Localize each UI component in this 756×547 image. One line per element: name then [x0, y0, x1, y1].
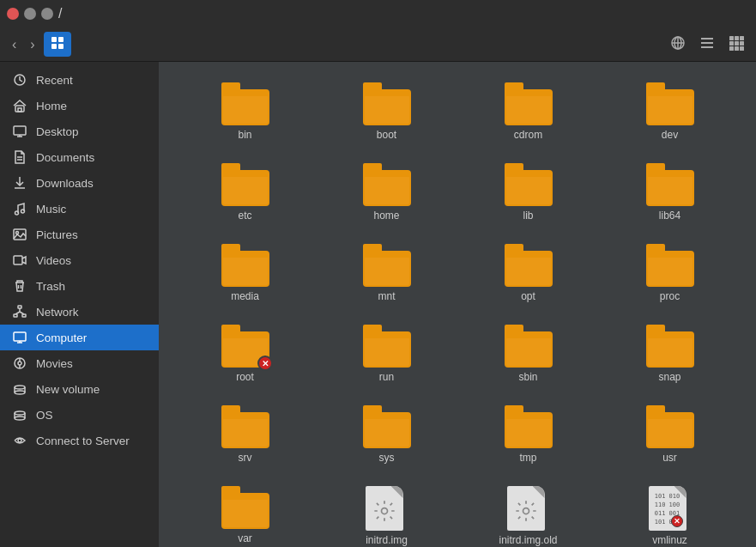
svg-rect-38: [14, 314, 17, 317]
file-name: initrd.img: [366, 534, 408, 546]
svg-point-33: [16, 232, 19, 234]
svg-point-54: [15, 416, 25, 420]
svg-rect-23: [14, 126, 26, 135]
file-item-media[interactable]: media: [176, 237, 314, 309]
file-item-run[interactable]: run: [318, 318, 456, 390]
svg-rect-14: [729, 41, 734, 46]
sidebar-item-os[interactable]: OS: [0, 402, 159, 428]
svg-rect-8: [701, 38, 713, 40]
file-name: usr: [662, 452, 677, 464]
svg-rect-22: [18, 108, 21, 112]
toolbar: ‹ ›: [0, 27, 756, 62]
sidebar-item-pictures[interactable]: Pictures: [0, 222, 159, 247]
file-name: lib: [523, 210, 533, 222]
file-item-opt[interactable]: opt: [459, 237, 597, 309]
sidebar-item-home[interactable]: Home: [0, 93, 159, 119]
minimize-button[interactable]: [24, 8, 36, 20]
svg-point-59: [381, 508, 387, 514]
file-name: initrd.img.old: [499, 534, 557, 546]
svg-rect-39: [22, 314, 26, 317]
file-name: boot: [377, 129, 396, 141]
grid-view-button[interactable]: [723, 32, 749, 58]
file-item-root[interactable]: ✕ root: [176, 318, 314, 390]
file-name: run: [379, 371, 394, 383]
sidebar-item-desktop[interactable]: Desktop: [0, 119, 159, 144]
location-button[interactable]: [665, 32, 691, 58]
drive-icon: [12, 381, 27, 397]
file-name: etc: [238, 210, 251, 222]
svg-rect-1: [58, 37, 64, 42]
sidebar-item-network[interactable]: Network: [0, 299, 159, 325]
svg-rect-19: [740, 46, 744, 51]
file-item-cdrom[interactable]: cdrom: [459, 76, 597, 148]
svg-rect-11: [729, 36, 734, 40]
file-item-sys[interactable]: sys: [318, 398, 456, 471]
file-name: root: [236, 371, 254, 383]
sidebar-item-music[interactable]: Music: [0, 196, 159, 222]
svg-point-31: [21, 210, 25, 213]
svg-rect-2: [51, 44, 57, 49]
sidebar-item-movies[interactable]: Movies: [0, 350, 159, 376]
file-item-mnt[interactable]: mnt: [318, 237, 456, 309]
sidebar-item-videos[interactable]: Videos: [0, 247, 159, 273]
file-item-lib[interactable]: lib: [459, 156, 597, 228]
file-item-usr[interactable]: usr: [601, 398, 739, 471]
network-icon: [12, 304, 27, 319]
sidebar-item-computer[interactable]: Computer: [0, 325, 159, 350]
file-item-lib64[interactable]: lib64: [601, 156, 739, 228]
file-name: proc: [660, 290, 680, 302]
file-item-bin[interactable]: bin: [176, 76, 314, 148]
os-drive-icon: [12, 407, 27, 422]
download-icon: [12, 175, 27, 191]
close-button[interactable]: [7, 8, 19, 20]
svg-rect-43: [14, 332, 26, 341]
svg-rect-15: [735, 41, 739, 46]
svg-point-30: [15, 211, 19, 215]
file-item-etc[interactable]: etc: [176, 156, 314, 228]
file-item-tmp[interactable]: tmp: [459, 398, 597, 471]
file-item-sbin[interactable]: sbin: [459, 318, 597, 390]
file-item-srv[interactable]: srv: [176, 398, 314, 471]
computer-icon: [12, 330, 27, 345]
file-grid: bin boot cdrom dev etc home lib lib64: [176, 76, 739, 547]
svg-rect-17: [729, 46, 734, 51]
sidebar-item-new-volume[interactable]: New volume: [0, 376, 159, 402]
svg-rect-9: [701, 42, 713, 44]
file-item-proc[interactable]: proc: [601, 237, 739, 309]
home-icon: [12, 98, 27, 113]
file-item-dev[interactable]: dev: [601, 76, 739, 148]
sidebar-item-connect[interactable]: Connect to Server: [0, 428, 159, 453]
forward-button[interactable]: ›: [25, 33, 39, 56]
file-item-boot[interactable]: boot: [318, 76, 456, 148]
file-item-vmlinuz[interactable]: 101 010110 100011 001101 010 ✕ vmlinuz: [601, 479, 739, 547]
maximize-button[interactable]: [41, 8, 53, 20]
sidebar-item-recent[interactable]: Recent: [0, 67, 159, 93]
svg-point-57: [15, 411, 25, 415]
file-name: tmp: [519, 452, 536, 464]
view-toggle-button[interactable]: [44, 32, 71, 57]
file-name: var: [238, 532, 252, 544]
file-item-initrd-img[interactable]: initrd.img: [318, 479, 456, 547]
file-name: srv: [239, 452, 252, 464]
file-item-home[interactable]: home: [318, 156, 456, 228]
sidebar-item-downloads[interactable]: Downloads: [0, 170, 159, 196]
svg-rect-16: [740, 41, 744, 46]
file-item-initrd-img.old[interactable]: initrd.img.old: [459, 479, 597, 547]
svg-rect-13: [740, 36, 744, 40]
file-item-snap[interactable]: snap: [601, 318, 739, 390]
file-item-var[interactable]: var: [176, 479, 314, 547]
file-name: dev: [662, 129, 678, 141]
titlebar: /: [0, 0, 756, 27]
list-view-button[interactable]: [694, 32, 720, 58]
svg-rect-34: [14, 256, 22, 264]
sidebar-item-trash[interactable]: Trash: [0, 273, 159, 299]
file-name: mnt: [378, 290, 395, 302]
svg-point-60: [523, 508, 529, 514]
svg-point-58: [18, 439, 21, 442]
back-button[interactable]: ‹: [7, 33, 21, 56]
svg-rect-0: [51, 37, 57, 42]
svg-point-53: [15, 386, 25, 389]
svg-rect-12: [735, 36, 739, 40]
sidebar-item-documents[interactable]: Documents: [0, 144, 159, 170]
titlebar-path: /: [58, 6, 62, 21]
